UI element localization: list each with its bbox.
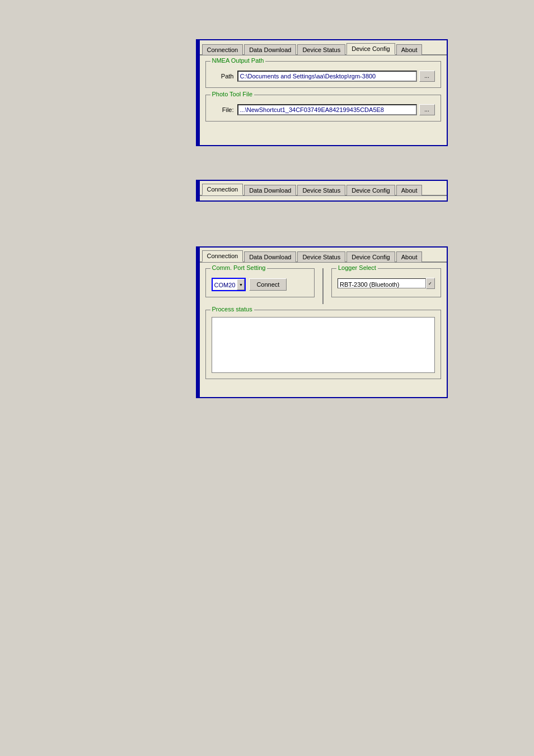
tab-bar-1: Connection Data Download Device Status D… xyxy=(200,40,447,55)
process-status-legend: Process status xyxy=(210,306,254,312)
logger-select-legend: Logger Select xyxy=(336,264,378,271)
com-port-dropdown-arrow[interactable]: ▼ xyxy=(237,279,245,290)
tab-connection-1[interactable]: Connection xyxy=(202,44,243,55)
photo-group: Photo Tool File File: ... xyxy=(205,95,441,122)
tab-data-download-2[interactable]: Data Download xyxy=(244,185,296,195)
photo-file-row: File: ... xyxy=(212,104,435,115)
tab-about-3[interactable]: About xyxy=(396,251,423,262)
connect-button[interactable]: Connect xyxy=(249,278,287,291)
process-status-group: Process status xyxy=(205,310,441,379)
tab-device-config-3[interactable]: Device Config xyxy=(346,251,395,262)
nmea-legend: NMEA Output Path xyxy=(210,57,266,64)
photo-file-input[interactable] xyxy=(237,104,417,115)
tab-device-config-1[interactable]: Device Config xyxy=(346,43,395,55)
logger-select-value: RBT-2300 (Bluetooth) xyxy=(338,278,426,288)
nmea-group: NMEA Output Path Path ... xyxy=(205,61,441,88)
tab-device-config-2[interactable]: Device Config xyxy=(346,185,395,195)
comm-port-controls: COM20 ▼ Connect xyxy=(212,278,309,291)
process-status-content xyxy=(212,317,435,373)
tab-data-download-3[interactable]: Data Download xyxy=(244,251,296,262)
tab-device-status-3[interactable]: Device Status xyxy=(297,251,345,262)
window-device-config: Connection Data Download Device Status D… xyxy=(196,39,448,146)
connection-content: Comm. Port Setting COM20 ▼ Connect xyxy=(200,263,447,397)
tab-connection-3[interactable]: Connection xyxy=(202,250,243,262)
tab-data-download-1[interactable]: Data Download xyxy=(244,44,296,55)
photo-browse-button[interactable]: ... xyxy=(419,104,435,115)
nmea-path-row: Path ... xyxy=(212,71,435,82)
tab-bar-2: Connection Data Download Device Status D… xyxy=(200,181,447,196)
nmea-browse-button[interactable]: ... xyxy=(419,71,435,82)
tab-device-status-1[interactable]: Device Status xyxy=(297,44,345,55)
photo-legend: Photo Tool File xyxy=(210,91,255,97)
tab-bar-3: Connection Data Download Device Status D… xyxy=(200,248,447,263)
comm-port-legend: Comm. Port Setting xyxy=(210,264,268,271)
photo-file-label: File: xyxy=(212,106,234,113)
vertical-divider xyxy=(322,268,324,304)
tab-about-2[interactable]: About xyxy=(396,185,423,195)
comm-port-group: Comm. Port Setting COM20 ▼ Connect xyxy=(205,268,315,297)
tab-connection-2[interactable]: Connection xyxy=(202,184,243,195)
tab-device-status-2[interactable]: Device Status xyxy=(297,185,345,195)
logger-select-group: Logger Select RBT-2300 (Bluetooth) ✓ xyxy=(331,268,441,297)
comm-logger-section: Comm. Port Setting COM20 ▼ Connect xyxy=(205,268,441,304)
logger-dropdown-arrow[interactable]: ✓ xyxy=(426,278,435,289)
window-connection-minimal: Connection Data Download Device Status D… xyxy=(196,180,448,202)
logger-select-controls: RBT-2300 (Bluetooth) ✓ xyxy=(338,278,435,289)
device-config-content: NMEA Output Path Path ... Photo Tool Fil… xyxy=(200,55,447,145)
nmea-path-label: Path xyxy=(212,73,234,80)
tab-about-1[interactable]: About xyxy=(396,44,423,55)
com-port-select-wrap: COM20 ▼ xyxy=(212,278,246,291)
window-connection-full: Connection Data Download Device Status D… xyxy=(196,246,448,398)
nmea-path-input[interactable] xyxy=(237,71,417,82)
com-port-value: COM20 xyxy=(213,279,237,290)
